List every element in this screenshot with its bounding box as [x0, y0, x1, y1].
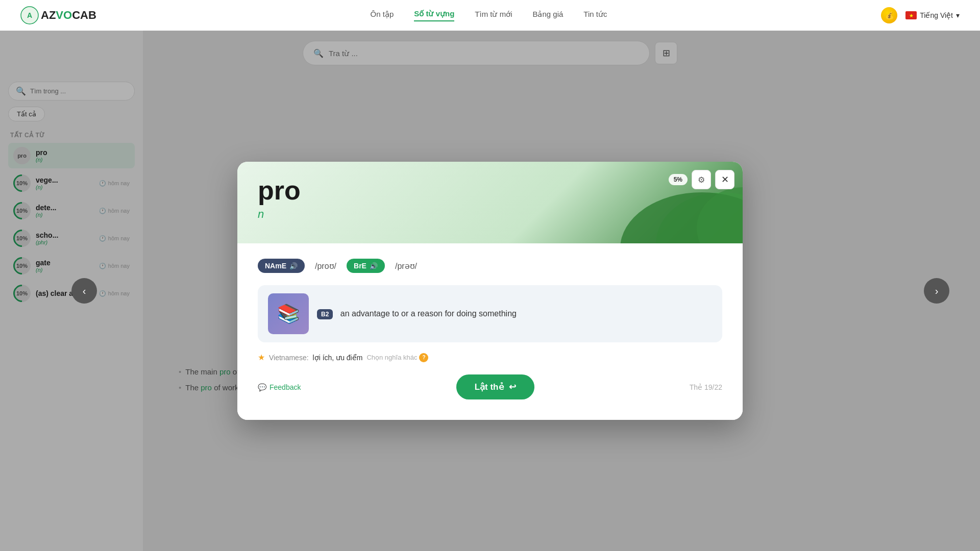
svg-text:A: A: [27, 11, 32, 19]
speaker-icon: 🔊: [370, 262, 378, 270]
logo-icon: A: [20, 6, 39, 24]
modal-header: pro n 5% ⚙ ✕: [237, 162, 743, 243]
definition-card: 📚 B2 an advantage to or a reason for doi…: [258, 285, 722, 342]
progress-badge: 5%: [669, 174, 688, 185]
flag-icon: [905, 11, 917, 19]
name-phonetic: /proʊ/: [315, 261, 336, 271]
bre-label: BrE: [354, 262, 366, 270]
flip-label: Lật thẻ: [475, 382, 504, 392]
language-selector[interactable]: Tiếng Việt ▾: [905, 11, 960, 19]
vietnamese-label: Vietnamese:: [269, 354, 309, 362]
modal-bottom: 💬 Feedback Lật thẻ ↩ Thẻ 19/22: [258, 374, 722, 405]
nav-next-button[interactable]: ›: [924, 278, 949, 304]
flip-card-button[interactable]: Lật thẻ ↩: [456, 374, 534, 399]
logo[interactable]: A AZVOCAB: [20, 6, 96, 24]
feedback-label: Feedback: [270, 383, 301, 391]
close-button[interactable]: ✕: [715, 170, 734, 189]
name-label: NAmE: [265, 262, 286, 270]
feedback-icon: 💬: [258, 383, 266, 391]
nav-bang-gia[interactable]: Bảng giá: [532, 10, 563, 21]
level-badge: B2: [317, 309, 333, 319]
top-navigation: A AZVOCAB Ôn tập Số từ vựng Tìm từ mới B…: [0, 0, 980, 31]
alt-meaning-button[interactable]: Chọn nghĩa khác ?: [366, 353, 428, 362]
settings-button[interactable]: ⚙: [692, 170, 711, 189]
alt-meaning-label: Chọn nghĩa khác: [366, 354, 417, 361]
definition-text: an advantage to or a reason for doing so…: [340, 309, 517, 318]
bre-phonetic: /prəʊ/: [395, 261, 417, 271]
modal-body: NAmE 🔊 /proʊ/ BrE 🔊 /prəʊ/ 📚 B2 an advan…: [237, 243, 743, 420]
flip-icon: ↩: [509, 382, 516, 392]
nav-tin-tuc[interactable]: Tin tức: [583, 10, 607, 21]
nav-right: 💰 Tiếng Việt ▾: [881, 7, 960, 23]
modal-controls: 5% ⚙ ✕: [669, 170, 734, 189]
vietnamese-row: ★ Vietnamese: lợi ích, ưu điểm Chọn nghĩ…: [258, 353, 722, 362]
nav-so-tu-vung[interactable]: Số từ vựng: [414, 9, 454, 21]
nav-prev-button[interactable]: ‹: [71, 278, 97, 304]
nav-tim-tu-moi[interactable]: Tìm từ mới: [475, 10, 512, 21]
main-nav: Ôn tập Số từ vựng Tìm từ mới Bảng giá Ti…: [371, 9, 607, 21]
bre-pronunciation-button[interactable]: BrE 🔊: [347, 259, 385, 273]
coin-icon[interactable]: 💰: [881, 7, 897, 23]
definition-image: 📚: [268, 293, 309, 334]
chevron-down-icon: ▾: [956, 11, 960, 19]
name-pronunciation-button[interactable]: NAmE 🔊: [258, 259, 305, 273]
vietnamese-meaning: lợi ích, ưu điểm: [313, 354, 363, 362]
pronunciation-row: NAmE 🔊 /proʊ/ BrE 🔊 /prəʊ/: [258, 259, 722, 273]
info-icon: ?: [419, 353, 428, 362]
feedback-link[interactable]: 💬 Feedback: [258, 383, 301, 391]
word-modal: pro n 5% ⚙ ✕ NAmE 🔊 /proʊ/ BrE 🔊: [237, 162, 743, 420]
star-icon: ★: [258, 353, 265, 362]
logo-text: AZVOCAB: [41, 9, 96, 22]
main-area: 🔍 ⊞ 🔍 Tất cả TẤT CẢ TỪ pro pro (n): [0, 31, 980, 551]
speaker-icon: 🔊: [289, 262, 298, 270]
card-counter: Thẻ 19/22: [690, 383, 722, 391]
nav-on-tap[interactable]: Ôn tập: [371, 10, 394, 21]
lang-label: Tiếng Việt: [920, 11, 953, 19]
definition-content: B2 an advantage to or a reason for doing…: [317, 309, 517, 318]
